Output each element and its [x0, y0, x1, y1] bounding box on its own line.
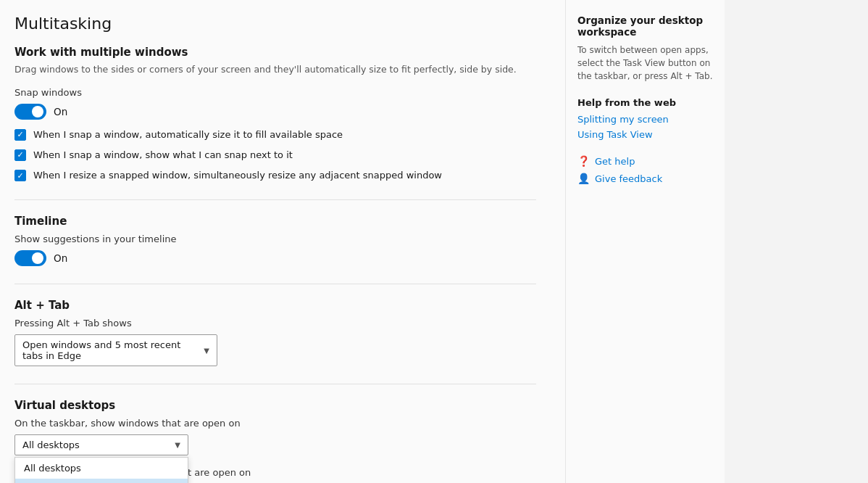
timeline-toggle-row: On — [14, 250, 536, 266]
sidebar-get-help[interactable]: ❓ Get help — [577, 155, 713, 167]
sidebar-get-help-label: Get help — [595, 156, 635, 167]
divider-3 — [14, 384, 536, 384]
taskbar-option-only[interactable]: Only the desktop I'm using — [15, 479, 188, 483]
alt-tab-dropdown-arrow: ▼ — [204, 347, 209, 355]
sidebar-give-feedback-label: Give feedback — [595, 173, 662, 184]
taskbar-option-all[interactable]: All desktops — [15, 458, 188, 479]
work-windows-heading: Work with multiple windows — [14, 46, 536, 59]
sidebar-link-split[interactable]: Splitting my screen — [577, 114, 713, 125]
sidebar-organize-title: Organize your desktop workspace — [577, 15, 713, 38]
alt-tab-heading: Alt + Tab — [14, 299, 536, 312]
checkbox-3[interactable] — [14, 170, 26, 181]
taskbar-dropdown-value: All desktops — [22, 439, 80, 450]
snap-windows-toggle-state: On — [54, 106, 67, 117]
checkbox-item-2: When I snap a window, show what I can sn… — [14, 149, 536, 162]
checkbox-item-1: When I snap a window, automatically size… — [14, 128, 536, 141]
taskbar-label: On the taskbar, show windows that are op… — [14, 418, 536, 429]
work-with-windows-section: Work with multiple windows Drag windows … — [14, 46, 536, 182]
feedback-icon: 👤 — [577, 173, 589, 184]
sidebar: Organize your desktop workspace To switc… — [565, 0, 725, 483]
virtual-desktops-section: Virtual desktops On the taskbar, show wi… — [14, 399, 536, 483]
checkbox-item-3: When I resize a snapped window, simultan… — [14, 169, 536, 182]
sidebar-link-taskview[interactable]: Using Task View — [577, 129, 713, 140]
alt-tab-section: Alt + Tab Pressing Alt + Tab shows Open … — [14, 299, 536, 366]
checkbox-label-3: When I resize a snapped window, simultan… — [33, 169, 442, 182]
alt-tab-pressing-label: Pressing Alt + Tab shows — [14, 318, 536, 329]
divider-2 — [14, 284, 536, 284]
page-title: Multitasking — [14, 15, 536, 33]
alt-tab-dropdown-value: Open windows and 5 most recent tabs in E… — [22, 339, 198, 361]
timeline-section: Timeline Show suggestions in your timeli… — [14, 215, 536, 266]
timeline-toggle[interactable] — [14, 250, 46, 266]
help-icon: ❓ — [577, 155, 589, 167]
divider-1 — [14, 199, 536, 200]
snap-windows-toggle-row: On — [14, 104, 536, 120]
checkbox-1[interactable] — [14, 129, 26, 141]
sidebar-give-feedback[interactable]: 👤 Give feedback — [577, 173, 713, 184]
snap-windows-toggle[interactable] — [14, 104, 46, 120]
work-windows-description: Drag windows to the sides or corners of … — [14, 63, 536, 77]
sidebar-help-title: Help from the web — [577, 97, 713, 108]
virtual-desktops-heading: Virtual desktops — [14, 399, 536, 412]
taskbar-dropdown-popup: All desktops Only the desktop I'm using — [14, 457, 188, 483]
taskbar-dropdown-wrapper: All desktops ▼ All desktops Only the des… — [14, 434, 188, 455]
snap-windows-label: Snap windows — [14, 87, 536, 98]
timeline-heading: Timeline — [14, 215, 536, 228]
alt-tab-dropdown[interactable]: Open windows and 5 most recent tabs in E… — [14, 334, 217, 366]
checkbox-2[interactable] — [14, 149, 26, 161]
checkbox-label-1: When I snap a window, automatically size… — [33, 128, 343, 141]
timeline-toggle-label: Show suggestions in your timeline — [14, 234, 536, 244]
sidebar-organize-desc: To switch between open apps, select the … — [577, 44, 713, 83]
taskbar-dropdown-arrow: ▼ — [175, 441, 180, 449]
timeline-toggle-state: On — [54, 252, 67, 264]
checkbox-label-2: When I snap a window, show what I can sn… — [33, 149, 293, 162]
taskbar-dropdown[interactable]: All desktops ▼ — [14, 434, 188, 455]
alt-tab-dropdown-wrapper: Open windows and 5 most recent tabs in E… — [14, 334, 217, 366]
